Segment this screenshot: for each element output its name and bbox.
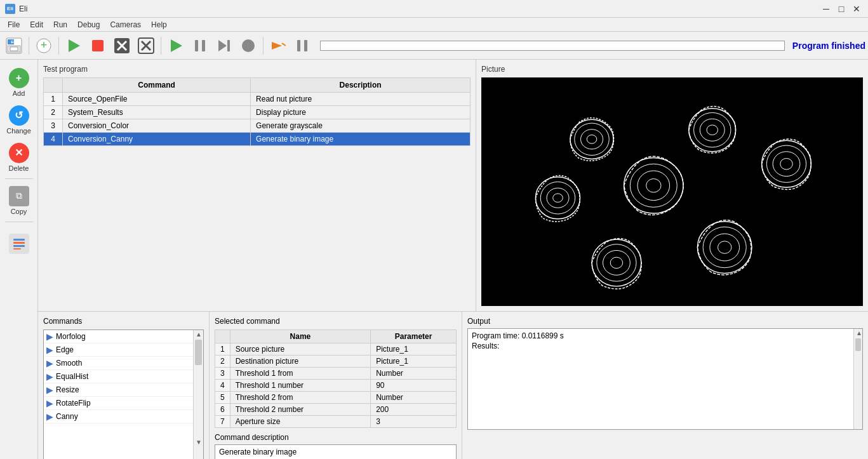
- svg-marker-15: [171, 39, 182, 52]
- menu-file[interactable]: File: [3, 19, 25, 30]
- svg-marker-18: [218, 40, 227, 51]
- row-command: Conversion_Color: [63, 119, 251, 133]
- commands-title: Commands: [43, 317, 204, 326]
- svg-text:+: +: [41, 39, 48, 51]
- command-list-item[interactable]: ▶ Morfolog: [44, 330, 193, 343]
- command-list-item[interactable]: ▶ Edge: [44, 343, 193, 357]
- delete-sidebar-btn[interactable]: ✕ Delete: [3, 140, 35, 175]
- list-sidebar-btn[interactable]: [3, 226, 35, 261]
- output-scroll-up[interactable]: ▲: [854, 329, 862, 337]
- command-list-item[interactable]: ▶ Resize: [44, 383, 193, 397]
- row-num: 2: [44, 106, 63, 119]
- menu-edit[interactable]: Edit: [25, 19, 48, 30]
- file-save-btn[interactable]: ELI: [3, 34, 25, 57]
- commands-list-container: ▶ Morfolog ▶ Edge ▶ Smooth ▶ EqualHist ▶…: [43, 329, 204, 459]
- cmd-desc-input[interactable]: [215, 444, 457, 459]
- copy-sidebar-btn[interactable]: ⧉ Copy: [3, 183, 35, 218]
- minimize-button[interactable]: ─: [820, 3, 832, 15]
- row-command: Source_OpenFile: [63, 93, 251, 106]
- change-label: Change: [6, 127, 31, 135]
- param-name: Destination picture: [230, 356, 370, 368]
- status-text: Program finished: [786, 41, 865, 51]
- pause-btn[interactable]: [189, 34, 211, 57]
- list-icon: [9, 234, 29, 254]
- pause2-btn[interactable]: [291, 34, 314, 57]
- inject-btn[interactable]: [267, 34, 290, 57]
- command-arrow-icon: ▶: [46, 345, 53, 355]
- change-icon: ↺: [9, 105, 29, 126]
- svg-rect-26: [13, 242, 25, 244]
- record-btn[interactable]: [237, 34, 260, 57]
- reset-btn[interactable]: [135, 34, 157, 57]
- menu-help[interactable]: Help: [146, 19, 172, 30]
- run-btn[interactable]: [164, 34, 187, 57]
- commands-scrollbar[interactable]: ▲ ▼: [193, 330, 203, 459]
- output-panel: Output Program time: 0.0116899 sResults:…: [462, 312, 868, 459]
- svg-rect-3: [10, 47, 18, 51]
- sidebar-sep2: [5, 222, 33, 222]
- output-scrollbar[interactable]: ▲: [853, 329, 862, 429]
- command-list-item[interactable]: ▶ Canny: [44, 410, 193, 423]
- row-description: Read nut picture: [251, 93, 471, 106]
- command-item-label: Resize: [56, 385, 79, 394]
- next-btn[interactable]: [213, 34, 236, 57]
- program-table-row[interactable]: 2 System_Results Display picture: [44, 106, 471, 119]
- params-table-row[interactable]: 1 Source picture Picture_1: [215, 343, 457, 356]
- param-value: 3: [371, 416, 457, 428]
- command-list-item[interactable]: ▶ EqualHist: [44, 370, 193, 383]
- maximize-button[interactable]: □: [835, 3, 848, 15]
- row-num: 3: [44, 119, 63, 133]
- program-table-row[interactable]: 4 Conversion_Canny Generate binary image: [44, 133, 471, 146]
- param-name: Threshold 1 number: [230, 380, 370, 392]
- close-button[interactable]: ✕: [850, 3, 863, 15]
- param-num: 2: [215, 356, 230, 368]
- params-table-row[interactable]: 5 Threshold 2 from Number: [215, 392, 457, 404]
- svg-rect-16: [195, 40, 198, 51]
- scroll-up-btn[interactable]: ▲: [194, 330, 203, 338]
- svg-text:ELI: ELI: [11, 40, 17, 44]
- scroll-down-btn[interactable]: ▼: [194, 438, 204, 446]
- params-table-row[interactable]: 6 Threshold 2 number 200: [215, 404, 457, 416]
- params-table-row[interactable]: 2 Destination picture Picture_1: [215, 356, 457, 368]
- menu-debug[interactable]: Debug: [72, 19, 105, 30]
- command-arrow-icon: ▶: [46, 385, 53, 395]
- menu-bar: File Edit Run Debug Cameras Help: [0, 18, 868, 32]
- commands-panel: Commands ▶ Morfolog ▶ Edge ▶ Smooth ▶ Eq…: [38, 312, 210, 459]
- num-header: [44, 78, 63, 93]
- params-table-row[interactable]: 7 Aperture size 3: [215, 416, 457, 428]
- row-command: System_Results: [63, 106, 251, 119]
- command-list-item[interactable]: ▶ RotateFlip: [44, 397, 193, 410]
- row-num: 4: [44, 133, 63, 146]
- output-line: Results:: [472, 342, 858, 350]
- add-sidebar-btn[interactable]: + Add: [3, 65, 35, 100]
- menu-cameras[interactable]: Cameras: [105, 19, 146, 30]
- svg-line-22: [282, 43, 286, 46]
- param-value: Picture_1: [371, 356, 457, 368]
- bottom-section: Commands ▶ Morfolog ▶ Edge ▶ Smooth ▶ Eq…: [38, 311, 868, 459]
- add-node-btn[interactable]: +: [32, 34, 55, 57]
- command-arrow-icon: ▶: [46, 411, 53, 422]
- program-table-row[interactable]: 1 Source_OpenFile Read nut picture: [44, 93, 471, 106]
- stop-btn[interactable]: [86, 34, 109, 57]
- copy-label: Copy: [11, 208, 27, 215]
- program-table-row[interactable]: 3 Conversion_Color Generate grayscale: [44, 119, 471, 133]
- command-arrow-icon: ▶: [46, 358, 53, 368]
- main-layout: + Add ↺ Change ✕ Delete ⧉ Copy: [0, 60, 868, 459]
- content-area: Test program Command Description 1 Sourc…: [38, 60, 868, 459]
- menu-run[interactable]: Run: [48, 19, 72, 30]
- play-btn[interactable]: [62, 34, 85, 57]
- command-arrow-icon: ▶: [46, 371, 53, 382]
- change-sidebar-btn[interactable]: ↺ Change: [3, 102, 35, 137]
- command-item-label: Smooth: [56, 359, 82, 368]
- params-table-row[interactable]: 4 Threshold 1 number 90: [215, 380, 457, 392]
- add-icon: +: [9, 68, 29, 88]
- params-table-row[interactable]: 3 Threshold 1 from Number: [215, 368, 457, 380]
- param-name: Source picture: [230, 343, 370, 356]
- command-list-item[interactable]: ▶ Smooth: [44, 357, 193, 370]
- svg-rect-25: [13, 239, 25, 241]
- clear-btn[interactable]: [110, 34, 133, 57]
- toolbar-sep-4: [263, 37, 264, 55]
- params-table: Name Parameter 1 Source picture Picture_…: [215, 329, 457, 428]
- program-title: Test program: [43, 65, 471, 74]
- output-box: Program time: 0.0116899 sResults: ▲: [467, 328, 863, 430]
